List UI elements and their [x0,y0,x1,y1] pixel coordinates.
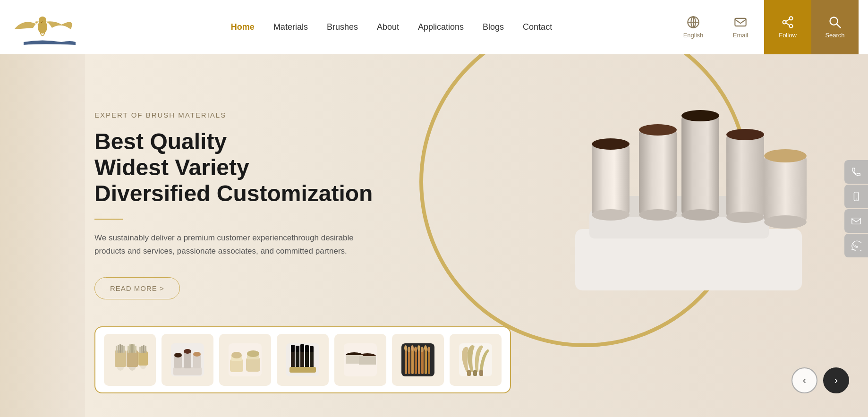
nav-brushes[interactable]: Brushes [327,22,358,32]
svg-point-102 [417,345,420,351]
hero-title: Best Quality Widest Variety Diversified … [94,128,387,207]
svg-rect-38 [121,345,123,353]
svg-rect-45 [133,344,135,353]
svg-rect-91 [408,349,410,374]
brushes-product-image [519,83,840,333]
svg-point-19 [592,209,630,221]
nav-materials[interactable]: Materials [273,22,308,32]
side-phone-button[interactable] [844,160,868,184]
svg-rect-88 [359,356,376,365]
nav-about[interactable]: About [377,22,399,32]
read-more-button[interactable]: READ MORE > [94,277,180,299]
side-mobile-button[interactable] [844,185,868,208]
svg-rect-96 [425,348,427,374]
svg-point-9 [790,24,793,27]
mobile-icon [851,191,861,202]
svg-rect-64 [246,357,260,372]
svg-rect-17 [592,144,630,215]
svg-rect-44 [131,344,133,353]
svg-point-105 [427,347,430,352]
follow-label: Follow [779,32,797,39]
svg-rect-49 [139,347,141,353]
svg-rect-107 [467,370,471,376]
svg-rect-95 [421,349,424,374]
svg-point-24 [681,110,719,121]
svg-point-21 [639,124,677,136]
svg-rect-39 [123,346,125,353]
svg-rect-92 [411,348,414,374]
svg-point-98 [404,345,407,351]
svg-rect-51 [143,345,145,353]
svg-rect-6 [735,18,746,26]
hero-description: We sustainably deliver a premium custome… [94,231,368,259]
svg-rect-34 [115,350,126,367]
thumbnail-item-4[interactable] [277,334,329,386]
svg-rect-97 [428,349,430,374]
nav-home[interactable]: Home [231,22,255,32]
svg-rect-94 [418,348,420,374]
svg-rect-109 [479,370,483,376]
svg-rect-108 [473,370,477,376]
whatsapp-icon [851,240,861,251]
language-label: English [683,32,704,39]
thumbnail-strip [94,326,511,393]
svg-rect-112 [852,218,860,224]
svg-rect-75 [296,346,299,352]
logo-icon [9,8,76,46]
svg-point-27 [726,129,764,140]
header: Home Materials Brushes About Application… [0,0,868,54]
search-icon [828,16,842,29]
svg-rect-77 [305,345,309,352]
thumbnail-item-6[interactable] [392,334,444,386]
follow-button[interactable]: Follow [764,0,811,54]
svg-point-22 [639,209,677,221]
svg-rect-35 [116,346,117,353]
hero-subtitle: EXPERT OF BRUSH MATERIALS [94,111,387,119]
svg-point-111 [856,198,857,199]
svg-line-13 [837,24,841,28]
thumbnail-item-3[interactable] [219,334,271,386]
svg-rect-90 [405,348,407,374]
next-arrow-icon: › [834,374,838,387]
svg-point-101 [414,347,417,352]
svg-rect-46 [135,346,136,353]
svg-rect-57 [184,351,191,368]
svg-point-31 [764,215,807,229]
svg-point-28 [726,212,764,223]
hero-title-line2: Widest Variety [94,155,249,180]
svg-point-8 [783,20,786,24]
search-button[interactable]: Search [811,0,859,54]
globe-icon [687,16,700,29]
nav-applications[interactable]: Applications [418,22,464,32]
svg-point-100 [411,345,414,351]
svg-rect-16 [613,196,745,217]
search-label: Search [825,32,844,39]
thumbnail-item-2[interactable] [162,334,213,386]
svg-line-10 [786,19,790,21]
hero-title-line1: Best Quality [94,129,227,154]
nav-blogs[interactable]: Blogs [483,22,504,32]
svg-rect-29 [764,156,807,222]
email-icon [734,16,747,29]
thumbnail-item-5[interactable] [334,334,386,386]
side-whatsapp-button[interactable] [844,234,868,257]
svg-point-103 [421,347,424,352]
thumbnail-item-1[interactable] [104,334,156,386]
nav-contact[interactable]: Contact [523,22,552,32]
side-email-button[interactable] [844,209,868,233]
prev-arrow[interactable]: ‹ [791,367,817,393]
phone-icon [851,167,861,177]
svg-point-67 [247,350,259,357]
header-actions: English Email Follow [670,0,859,54]
svg-rect-76 [300,344,304,352]
next-arrow[interactable]: › [823,367,849,393]
email-icon [851,216,861,226]
nav-arrows: ‹ › [791,367,849,393]
svg-line-11 [786,23,790,25]
thumbnail-item-7[interactable] [450,334,502,386]
svg-rect-42 [128,346,129,353]
email-button[interactable]: Email [717,0,764,54]
hero-content: EXPERT OF BRUSH MATERIALS Best Quality W… [94,111,387,299]
svg-rect-79 [289,367,316,373]
language-button[interactable]: English [670,0,717,54]
